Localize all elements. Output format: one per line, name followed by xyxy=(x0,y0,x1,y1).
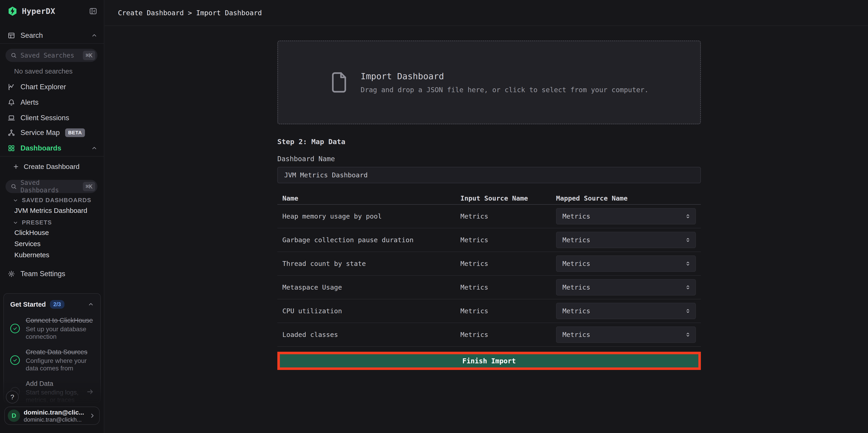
sidebar-item-team-settings[interactable]: Team Settings xyxy=(0,266,104,282)
row-input-source-cell: Metrics xyxy=(460,236,556,244)
row-input-source-cell: Metrics xyxy=(460,307,556,315)
preset-services[interactable]: Services xyxy=(14,240,40,248)
preset-kubernetes[interactable]: Kubernetes xyxy=(14,251,49,259)
table-row: Metaspace Usage Metrics Metrics xyxy=(277,276,701,299)
shortcut-badge: ⌘K xyxy=(83,51,95,60)
table-body: Heap memory usage by pool Metrics Metric… xyxy=(277,205,701,347)
get-started-item-subtitle: Start sending logs, metrics, or traces xyxy=(26,389,81,403)
get-started-item-subtitle: Set up your database connection xyxy=(26,325,94,340)
user-menu[interactable]: D dominic.tran@clic... dominic.tran@clic… xyxy=(4,407,100,425)
sidebar-item-label: Search xyxy=(21,31,43,40)
help-button[interactable]: ? xyxy=(6,391,19,403)
chevron-up-down-icon xyxy=(685,261,691,267)
group-label: PRESETS xyxy=(22,219,52,226)
get-started-item-text: Create Data Sources Configure where your… xyxy=(26,348,94,372)
app-title: HyperDX xyxy=(22,7,55,16)
no-saved-searches-note: No saved searches xyxy=(14,67,73,75)
user-email: dominic.tran@clickh... xyxy=(24,416,84,423)
column-header-name: Name xyxy=(282,194,460,202)
breadcrumb: Create Dashboard > Import Dashboard xyxy=(118,9,262,17)
saved-dashboards-placeholder: Saved Dashboards xyxy=(21,179,79,194)
divider xyxy=(0,43,104,44)
sidebar-item-client-sessions[interactable]: Client Sessions xyxy=(0,110,104,126)
import-dashboard-panel: Import Dashboard Drag and drop a JSON fi… xyxy=(277,40,701,370)
search-icon xyxy=(10,52,17,59)
sidebar-item-search[interactable]: Search xyxy=(0,28,104,43)
table-header: Name Input Source Name Mapped Source Nam… xyxy=(277,192,701,205)
saved-dashboard-jvm-metrics[interactable]: JVM Metrics Dashboard xyxy=(14,207,87,214)
dropzone-title: Import Dashboard xyxy=(361,71,649,81)
get-started-header[interactable]: Get Started 2/3 xyxy=(10,300,94,309)
column-header-mapped-source: Mapped Source Name xyxy=(556,194,701,202)
sidebar-item-alerts[interactable]: Alerts xyxy=(0,95,104,110)
main-area: Create Dashboard > Import Dashboard Impo… xyxy=(105,0,868,433)
top-bar: Create Dashboard > Import Dashboard xyxy=(105,0,868,26)
get-started-item-title: Create Data Sources xyxy=(26,348,94,356)
mapped-source-select[interactable]: Metrics xyxy=(556,279,696,296)
chevron-up-icon xyxy=(88,301,94,308)
sidebar-item-label: Client Sessions xyxy=(21,114,69,122)
row-input-source-cell: Metrics xyxy=(460,212,556,220)
mapped-source-value: Metrics xyxy=(562,331,590,339)
saved-dashboards-input[interactable]: Saved Dashboards ⌘K xyxy=(5,180,97,193)
create-dashboard-button[interactable]: Create Dashboard xyxy=(0,159,104,174)
arrow-right-icon xyxy=(86,388,94,396)
mapped-source-select[interactable]: Metrics xyxy=(556,208,696,224)
row-name-cell: Thread count by state xyxy=(282,260,460,268)
get-started-item-add-data[interactable]: Add Data Start sending logs, metrics, or… xyxy=(10,380,94,403)
dropzone-text: Import Dashboard Drag and drop a JSON fi… xyxy=(361,71,649,94)
table-row: Heap memory usage by pool Metrics Metric… xyxy=(277,205,701,228)
finish-import-button[interactable]: Finish Import xyxy=(280,354,699,367)
user-info: dominic.tran@clic... dominic.tran@clickh… xyxy=(24,409,84,423)
get-started-card: Get Started 2/3 Connect to ClickHouse Se… xyxy=(3,293,101,403)
group-label: SAVED DASHBOARDS xyxy=(22,197,91,204)
check-circle-icon xyxy=(10,355,20,365)
progress-badge: 2/3 xyxy=(50,300,64,309)
mapped-source-select[interactable]: Metrics xyxy=(556,255,696,272)
sidebar-item-label: Chart Explorer xyxy=(21,83,66,91)
row-name-cell: Heap memory usage by pool xyxy=(282,212,460,220)
sidebar-item-label: Alerts xyxy=(21,98,38,106)
shortcut-badge: ⌘K xyxy=(83,182,95,191)
sidebar-item-dashboards[interactable]: Dashboards xyxy=(0,141,104,156)
get-started-title: Get Started xyxy=(10,301,46,308)
dropzone-subtitle: Drag and drop a JSON file here, or click… xyxy=(361,86,649,94)
saved-searches-placeholder: Saved Searches xyxy=(21,52,79,59)
chevron-up-down-icon xyxy=(685,237,691,243)
get-started-item-sources[interactable]: Create Data Sources Configure where your… xyxy=(10,348,94,372)
mapped-source-select[interactable]: Metrics xyxy=(556,327,696,343)
group-presets[interactable]: PRESETS xyxy=(13,219,52,226)
check-circle-icon xyxy=(10,324,20,333)
sidebar-item-label: Dashboards xyxy=(21,144,61,152)
get-started-item-connect[interactable]: Connect to ClickHouse Set up your databa… xyxy=(10,316,94,340)
row-name-cell: Loaded classes xyxy=(282,331,460,339)
mapped-source-select[interactable]: Metrics xyxy=(556,232,696,248)
sidebar-item-label: Team Settings xyxy=(21,270,65,278)
mapped-source-select[interactable]: Metrics xyxy=(556,303,696,319)
plus-icon xyxy=(13,163,19,170)
dashboard-name-label: Dashboard Name xyxy=(277,155,701,163)
laptop-icon xyxy=(8,114,15,122)
sidebar-collapse-button[interactable] xyxy=(89,7,97,16)
import-dropzone[interactable]: Import Dashboard Drag and drop a JSON fi… xyxy=(277,40,701,124)
mapped-source-value: Metrics xyxy=(562,307,590,315)
get-started-item-title: Connect to ClickHouse xyxy=(26,316,94,324)
row-name-cell: Metaspace Usage xyxy=(282,283,460,291)
sidebar-item-label: Service Map xyxy=(21,129,60,137)
dashboard-name-value: JVM Metrics Dashboard xyxy=(284,171,368,179)
row-input-source-cell: Metrics xyxy=(460,331,556,339)
sidebar-item-chart-explorer[interactable]: Chart Explorer xyxy=(0,79,104,95)
group-saved-dashboards[interactable]: SAVED DASHBOARDS xyxy=(13,197,91,204)
gear-icon xyxy=(8,270,15,278)
row-input-source-cell: Metrics xyxy=(460,283,556,291)
row-name-cell: CPU utilization xyxy=(282,307,460,315)
sidebar-item-service-map[interactable]: Service Map BETA xyxy=(0,125,104,141)
dashboard-name-input[interactable]: JVM Metrics Dashboard xyxy=(277,167,701,183)
chevron-up-down-icon xyxy=(685,213,691,219)
saved-searches-input[interactable]: Saved Searches ⌘K xyxy=(5,49,97,62)
chevron-up-icon xyxy=(91,32,97,39)
preset-clickhouse[interactable]: ClickHouse xyxy=(14,229,49,237)
chevron-up-icon xyxy=(91,145,97,151)
annotation-highlight-box: Finish Import xyxy=(277,352,701,370)
mapped-source-value: Metrics xyxy=(562,212,590,220)
